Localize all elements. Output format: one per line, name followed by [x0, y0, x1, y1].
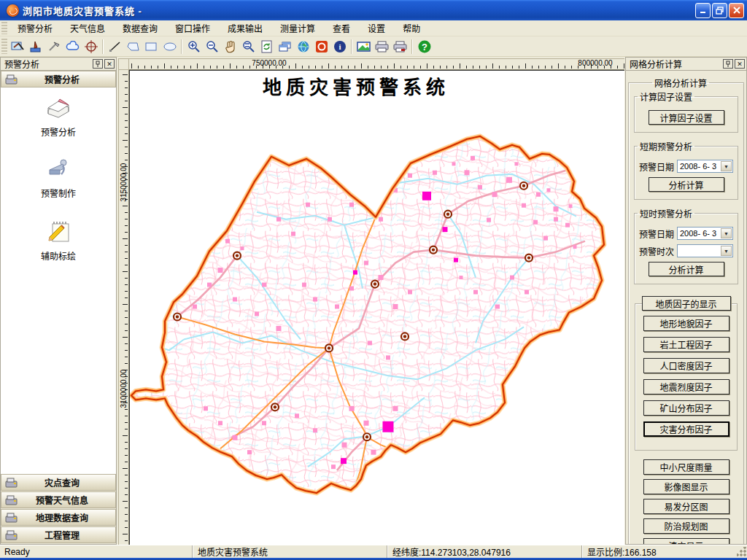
factor-button-5[interactable]: 灾害分布因子 — [643, 421, 729, 437]
refresh-map-icon[interactable] — [258, 38, 276, 55]
web-globe-icon[interactable] — [294, 38, 312, 55]
menu-item-1[interactable]: 天气信息 — [61, 20, 114, 36]
display-button-2[interactable]: 易发分区图 — [643, 499, 729, 514]
sidebar-item-2[interactable]: 辅助标绘 — [1, 218, 116, 262]
help-icon[interactable]: ? — [415, 38, 433, 55]
menu-item-5[interactable]: 测量计算 — [271, 20, 324, 36]
pin-icon[interactable] — [723, 59, 733, 69]
factor-button-3[interactable]: 地震烈度因子 — [643, 379, 729, 394]
grid-cell — [291, 232, 295, 236]
plot-marker-icon[interactable] — [27, 38, 45, 55]
nowcast-date-combo[interactable]: 2008- 6- 3▼ — [677, 227, 733, 240]
locate-target-icon[interactable] — [82, 38, 100, 55]
factor-button-4[interactable]: 矿山分布因子 — [643, 400, 729, 416]
pan-hand-icon[interactable] — [221, 38, 239, 55]
status-item-2: 经纬度:114.273103,28.047916 — [388, 545, 581, 558]
factor-settings-button[interactable]: 计算因子设置 — [649, 110, 724, 125]
minimize-button[interactable] — [695, 3, 711, 18]
grid-cell — [341, 458, 347, 464]
sidebar-group-label: 工程管理 — [19, 529, 115, 541]
chevron-down-icon[interactable]: ▼ — [721, 161, 732, 171]
display-button-1[interactable]: 影像图显示 — [643, 479, 729, 494]
grid-cell — [313, 298, 317, 302]
warning-analysis-icon[interactable] — [9, 38, 27, 55]
cloud-weather-icon[interactable] — [63, 38, 82, 55]
grid-analysis-frame: 网格分析计算 计算因子设置计算因子设置短期预警分析预警日期2008- 6- 3▼… — [628, 77, 744, 545]
toolbar-separator — [102, 39, 104, 54]
grid-cell — [302, 283, 306, 287]
grid-cell — [454, 258, 458, 262]
menu-item-2[interactable]: 数据查询 — [114, 20, 166, 36]
menu-item-6[interactable]: 查看 — [324, 20, 359, 36]
fax-icon — [4, 512, 19, 524]
chevron-down-icon[interactable]: ▼ — [721, 246, 732, 256]
close-icon[interactable]: ✕ — [735, 59, 745, 69]
grid-cell — [422, 192, 431, 201]
image-view-icon[interactable] — [355, 38, 373, 55]
display-button-0[interactable]: 中小尺度雨量 — [643, 459, 729, 475]
draw-rectangle-icon[interactable] — [142, 38, 160, 55]
nowcast-analyze-button[interactable]: 分析计算 — [649, 262, 724, 276]
close-icon[interactable]: ✕ — [104, 59, 115, 69]
draw-polygon-icon[interactable] — [124, 38, 142, 55]
zoom-in-icon[interactable] — [185, 38, 203, 55]
grid-cell — [276, 326, 282, 331]
short-term-date-combo[interactable]: 2008- 6- 3▼ — [677, 160, 733, 173]
town-marker-center — [446, 213, 449, 216]
grid-cell — [379, 275, 384, 280]
grid-cell — [515, 162, 519, 166]
menu-item-4[interactable]: 成果输出 — [219, 20, 271, 36]
svg-text:i: i — [338, 42, 341, 51]
print-setup-icon[interactable] — [391, 38, 409, 55]
toolbar-grip[interactable] — [1, 39, 7, 55]
grid-cell — [306, 203, 310, 207]
sidebar-group-2[interactable]: 地理数据查询 — [1, 509, 116, 526]
geo-factors-display-button[interactable]: 地质因子的显示 — [642, 296, 731, 311]
chevron-down-icon[interactable]: ▼ — [721, 228, 732, 238]
grid-cell — [313, 428, 317, 432]
pin-icon[interactable] — [93, 59, 103, 69]
vertical-ruler: 3150000.003100000.00 — [118, 70, 129, 545]
menu-item-0[interactable]: 预警分析 — [9, 20, 61, 36]
ruler-x-label: 800000.00 — [578, 59, 612, 67]
factor-button-0[interactable]: 地形地貌因子 — [643, 316, 729, 331]
grid-cell — [473, 290, 478, 295]
nowcast-hour-combo[interactable]: ▼ — [677, 244, 733, 257]
combo-value: 2008- 6- 3 — [678, 162, 721, 171]
grid-cell — [364, 261, 368, 265]
sidebar-group-3[interactable]: 工程管理 — [1, 526, 116, 543]
menu-item-8[interactable]: 帮助 — [394, 20, 429, 36]
print-icon[interactable] — [373, 38, 391, 55]
close-button[interactable] — [729, 3, 744, 18]
town-marker-center — [432, 248, 435, 251]
draw-ellipse-icon[interactable] — [160, 38, 179, 55]
display-button-3[interactable]: 防治规划图 — [643, 518, 729, 534]
stop-icon[interactable] — [312, 38, 330, 55]
menu-item-3[interactable]: 窗口操作 — [166, 20, 219, 36]
sidebar-item-label: 预警制作 — [41, 187, 76, 199]
sidebar-group-0[interactable]: 灾点查询 — [1, 474, 116, 491]
status-item-1: 地质灾害预警系统 — [193, 545, 387, 558]
menu-item-7[interactable]: 设置 — [359, 20, 394, 36]
fax-icon — [4, 477, 19, 489]
grid-cell — [247, 450, 252, 454]
zoom-extent-icon[interactable] — [239, 38, 258, 55]
map-canvas[interactable]: 地质灾害预警系统 — [129, 70, 624, 545]
grid-cell — [368, 341, 372, 345]
sidebar-group-1[interactable]: 预警天气信息 — [1, 491, 116, 508]
display-button-4[interactable]: 清空显示 — [643, 538, 729, 545]
zoom-out-icon[interactable] — [203, 38, 221, 55]
restore-button[interactable] — [712, 3, 727, 18]
grid-cell — [471, 156, 475, 160]
short-term-analyze-button[interactable]: 分析计算 — [649, 177, 724, 192]
sidebar-item-0[interactable]: 预警分析 — [1, 96, 116, 138]
pick-tool-icon[interactable] — [45, 38, 63, 55]
draw-line-icon[interactable] — [106, 38, 124, 55]
factor-button-1[interactable]: 岩土工程因子 — [643, 337, 729, 352]
info-icon[interactable]: i — [330, 38, 349, 55]
sidebar-item-1[interactable]: 预警制作 — [1, 157, 116, 199]
factor-button-2[interactable]: 人口密度因子 — [643, 358, 729, 373]
resize-grip[interactable] — [737, 547, 747, 557]
menu-grip[interactable] — [1, 22, 7, 34]
cascade-windows-icon[interactable] — [276, 38, 294, 55]
